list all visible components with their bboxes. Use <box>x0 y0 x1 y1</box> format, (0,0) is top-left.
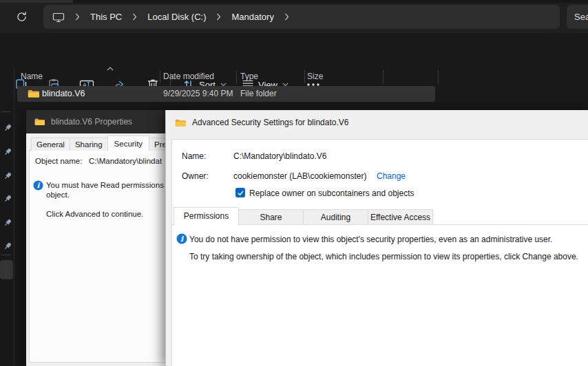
no-permission-warning: You do not have permission to view this … <box>189 235 552 244</box>
advanced-hint-text: Click Advanced to continue. <box>46 210 143 218</box>
object-name-label: Object name: <box>35 157 82 165</box>
tab-effective-access[interactable]: Effective Access <box>368 209 433 225</box>
info-icon: i <box>176 233 187 244</box>
tabbar-background <box>73 0 588 3</box>
properties-dialog-body: General Sharing Security Previous Object… <box>26 133 168 366</box>
sidebar-pinned-item[interactable] <box>0 217 13 229</box>
breadcrumb-local-disk-c[interactable]: Local Disk (C:) <box>147 12 206 22</box>
security-tab-page: Object name: C:\Mandatory\blindat i You … <box>29 150 168 363</box>
pin-icon <box>3 148 12 156</box>
search-text: Sea <box>574 12 588 22</box>
column-header-name[interactable]: Name <box>21 72 43 81</box>
column-divider[interactable] <box>383 70 384 83</box>
properties-dialog-title: blindato.V6 Properties <box>51 117 132 127</box>
tab-general[interactable]: General <box>31 138 70 151</box>
column-divider[interactable] <box>160 70 160 83</box>
owner-value: cookiemonster (LAB\cookiemonster) <box>233 171 366 181</box>
screen: This PC Local Disk (C:) Mandatory Sea A <box>0 0 588 366</box>
chevron-right-icon <box>75 13 80 21</box>
active-tab-remnant <box>0 0 73 3</box>
search-input[interactable]: Sea <box>567 5 588 29</box>
this-pc-icon <box>52 12 65 23</box>
navpane-splitter[interactable] <box>14 69 14 366</box>
tab-sharing[interactable]: Sharing <box>70 138 108 151</box>
navpane-divider <box>1 255 11 255</box>
file-type: File folder <box>240 89 277 98</box>
column-divider[interactable] <box>438 70 439 83</box>
info-icon: i <box>33 180 43 191</box>
sidebar-pinned-item[interactable] <box>0 122 13 134</box>
advanced-security-dialog: Advanced Security Settings for blindato.… <box>165 110 588 366</box>
breadcrumb-this-pc[interactable]: This PC <box>90 12 122 22</box>
owner-label: Owner: <box>182 171 209 181</box>
column-divider[interactable] <box>304 70 305 83</box>
sidebar-pinned-item[interactable] <box>0 193 13 205</box>
column-header-size[interactable]: Size <box>307 72 323 81</box>
replace-owner-label[interactable]: Replace owner on subcontainers and objec… <box>249 189 414 198</box>
tab-security[interactable]: Security <box>107 136 150 151</box>
advanced-dialog-titlebar[interactable]: Advanced Security Settings for blindato.… <box>166 110 588 135</box>
replace-owner-checkbox[interactable] <box>235 188 245 197</box>
column-header-date-modified[interactable]: Date modified <box>163 72 214 81</box>
advanced-dialog-title: Advanced Security Settings for blindato.… <box>192 118 348 127</box>
pin-icon <box>3 124 12 132</box>
object-name-value: C:\Mandatory\blindat <box>89 157 162 165</box>
breadcrumb-mandatory[interactable]: Mandatory <box>231 12 273 22</box>
file-name[interactable]: blindato.V6 <box>42 89 85 98</box>
tab-auditing[interactable]: Auditing <box>303 209 368 225</box>
explorer-titlebar-area: This PC Local Disk (C:) Mandatory Sea <box>0 0 588 33</box>
pin-icon <box>3 172 12 180</box>
sort-ascending-icon <box>107 67 114 71</box>
take-ownership-hint: To try taking ownership of the object, w… <box>189 252 578 261</box>
chevron-right-icon[interactable] <box>284 13 289 21</box>
pin-icon <box>3 242 12 250</box>
sidebar-selected-item[interactable] <box>0 260 13 279</box>
advanced-dialog-panel: Name: C:\Mandatory\blindato.V6 Owner: co… <box>171 139 588 366</box>
refresh-button[interactable] <box>10 6 33 27</box>
checkmark-icon <box>237 189 244 197</box>
properties-dialog: blindato.V6 Properties General Sharing S… <box>26 110 168 366</box>
column-header-type[interactable]: Type <box>240 72 258 81</box>
file-date-modified: 9/29/2025 9:40 PM <box>163 89 233 98</box>
column-divider[interactable] <box>236 70 237 83</box>
sidebar-pinned-item[interactable] <box>0 240 13 252</box>
folder-icon <box>28 89 39 98</box>
sidebar-pinned-item[interactable] <box>0 170 13 182</box>
tab-share[interactable]: Share <box>238 209 304 225</box>
name-label: Name: <box>182 151 206 161</box>
navpane-divider <box>1 111 11 112</box>
sidebar-pinned-item[interactable] <box>0 146 13 158</box>
refresh-icon <box>16 11 28 23</box>
advanced-tab-strip: Permissions Share Auditing Effective Acc… <box>174 207 432 225</box>
chevron-right-icon[interactable] <box>216 13 221 21</box>
tab-permissions[interactable]: Permissions <box>174 207 239 225</box>
command-toolbar: A Sort View <box>0 33 588 69</box>
name-value: C:\Mandatory\blindato.V6 <box>233 151 326 161</box>
permissions-warning-line1: You must have Read permissions <box>46 181 164 189</box>
pin-icon <box>3 219 12 227</box>
pin-icon <box>3 195 12 203</box>
permissions-warning-line2: object. <box>46 191 70 199</box>
address-bar[interactable]: This PC Local Disk (C:) Mandatory <box>43 5 560 29</box>
change-owner-link[interactable]: Change <box>377 171 406 181</box>
chevron-right-icon[interactable] <box>132 13 137 21</box>
properties-dialog-titlebar[interactable]: blindato.V6 Properties <box>26 110 168 133</box>
folder-icon <box>34 118 45 126</box>
folder-icon <box>175 118 186 127</box>
properties-tab-strip: General Sharing Security Previous <box>31 136 168 151</box>
